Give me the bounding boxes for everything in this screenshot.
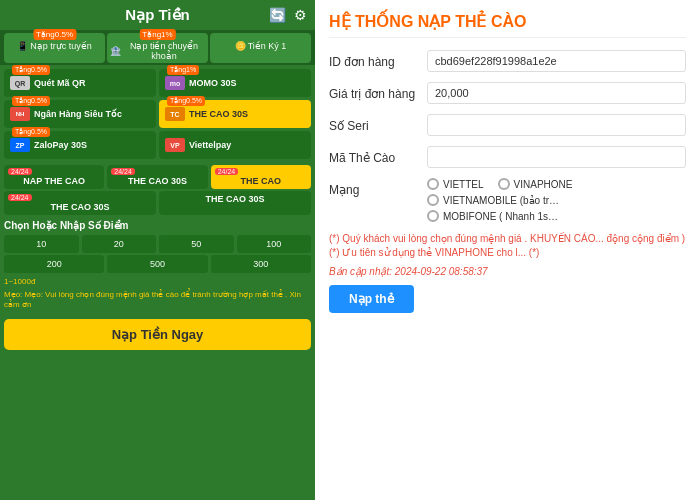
tab-tien-ky-1[interactable]: 🪙 Tiền Ký 1 [210,33,311,63]
icon-zalopay: ZP [10,138,30,152]
card-the-cao[interactable]: Tặng0.5% TC THE CAO 30S [159,100,311,128]
note-text: (*) Quý khách vui lòng chọn đúng mệnh gi… [329,232,686,260]
radio-vietnamobile[interactable]: VIETNAMOBILE (bảo tr… [427,194,559,206]
label-gia-tri: Giá trị đơn hàng [329,82,419,101]
label-viettelpay: Viettelpay [189,140,231,150]
radio-circle-mobifone [427,210,439,222]
icon-viettelpay: VP [165,138,185,152]
card-quet-ma-qr[interactable]: Tặng0.5% QR Quét Mã QR [4,69,156,97]
input-so-seri[interactable] [427,114,686,136]
badge-nap-the-cao: 24/24 [8,168,32,175]
card-viettelpay[interactable]: VP Viettelpay [159,131,311,159]
icon-ngan-hang: NH [10,107,30,121]
label-the-cao-30s-3: THE CAO 30S [205,194,264,204]
btn-the-cao-active[interactable]: 24/24 THE CAO [211,165,311,189]
payment-tabs: Tặng0.5% 📱 Nạp trực tuyến Tặng1% 🏦 Nạp t… [0,31,315,65]
nap-buttons-row2: 24/24 THE CAO 30S THE CAO 30S [0,191,315,217]
amount-grid-row2: 200 500 300 [0,255,315,275]
nap-the-button[interactable]: Nạp thẻ [329,285,414,313]
radio-row-2: VIETNAMOBILE (bảo tr… [427,194,686,206]
radio-label-mobifone: MOBIFONE ( Nhanh 1s… [443,211,558,222]
tab-badge-chuyen-khoan: Tặng1% [139,29,175,40]
label-id-don-hang: ID đơn hàng [329,50,419,69]
input-gia-tri[interactable] [427,82,686,104]
mobile-icon: 📱 [17,41,28,51]
label-the-cao-30s-2: THE CAO 30S [50,202,109,212]
input-id-don-hang[interactable] [427,50,686,72]
badge-the-cao-30s-1: 24/24 [111,168,135,175]
label-nap-the-cao: NAP THE CAO [23,176,85,186]
bank-icon: 🏦 [110,46,121,56]
radio-mobifone[interactable]: MOBIFONE ( Nhanh 1s… [427,210,558,222]
right-panel-title: HỆ THỐNG NẠP THẺ CÀO [329,12,686,38]
left-panel: Nạp Tiền 🔄 ⚙ Tặng0.5% 📱 Nạp trực tuyến T… [0,0,315,500]
nap-buttons-row1: 24/24 NAP THE CAO 24/24 THE CAO 30S 24/2… [0,163,315,191]
amount-20[interactable]: 20 [82,235,157,253]
radio-label-vietnamobile: VIETNAMOBILE (bảo tr… [443,195,559,206]
badge-quet-ma-qr: Tặng0.5% [12,65,50,75]
badge-the-cao-30s-2: 24/24 [8,194,32,201]
tab-label-chuyen-khoan: 🏦 Nạp tiền chuyển khoản [110,41,205,61]
badge-momo: Tặng1% [167,65,199,75]
submit-button-left[interactable]: Nạp Tiền Ngay [4,319,311,350]
header: Nạp Tiền 🔄 ⚙ [0,0,315,31]
btn-the-cao-30s-2[interactable]: 24/24 THE CAO 30S [4,191,156,215]
badge-ngan-hang: Tặng0.5% [12,96,50,106]
amount-10[interactable]: 10 [4,235,79,253]
section-title: Chọn Hoặc Nhập Số Điểm [0,217,315,233]
btn-nap-the-cao[interactable]: 24/24 NAP THE CAO [4,165,104,189]
card-grid: Tặng0.5% QR Quét Mã QR Tặng1% mo MOMO 30… [0,65,315,163]
input-ma-the-cao[interactable] [427,146,686,168]
sync-icon[interactable]: 🔄 [269,7,286,23]
form-row-so-seri: Số Seri [329,114,686,136]
icon-quet-ma-qr: QR [10,76,30,90]
radio-viettel[interactable]: VIETTEL [427,178,484,190]
radio-circle-vietnamobile [427,194,439,206]
tab-badge-nap-truc-tuyen: Tặng0.5% [33,29,76,40]
form-row-ma-the-cao: Mã Thẻ Cào [329,146,686,168]
form-row-mang: Mạng VIETTEL VINAPHONE VIETNAMOBILE (bảo… [329,178,686,222]
badge-the-cao: Tặng0.5% [167,96,205,106]
label-the-cao-30s-1: THE CAO 30S [128,176,187,186]
radio-group-mang: VIETTEL VINAPHONE VIETNAMOBILE (bảo tr… … [427,178,686,222]
badge-zalopay: Tặng0.5% [12,127,50,137]
form-row-gia-tri: Giá trị đơn hàng [329,82,686,104]
amount-grid-row1: 10 20 50 100 [0,233,315,255]
tab-label-tien-ky-1: 🪙 Tiền Ký 1 [235,41,287,51]
btn-the-cao-30s-3[interactable]: THE CAO 30S [159,191,311,215]
label-momo: MOMO 30S [189,78,237,88]
label-ngan-hang: Ngân Hàng Siêu Tốc [34,109,122,119]
label-the-cao: THE CAO 30S [189,109,248,119]
radio-row-3: MOBIFONE ( Nhanh 1s… [427,210,686,222]
label-quet-ma-qr: Quét Mã QR [34,78,86,88]
icon-momo: mo [165,76,185,90]
card-zalopay[interactable]: Tặng0.5% ZP ZaloPay 30S [4,131,156,159]
settings-icon[interactable]: ⚙ [294,7,307,23]
amount-200[interactable]: 200 [4,255,104,273]
icon-the-cao: TC [165,107,185,121]
update-text: Bản cập nhật: 2024-09-22 08:58:37 [329,266,686,277]
radio-vinaphone[interactable]: VINAPHONE [498,178,573,190]
tab-nap-tien-chuyen-khoan[interactable]: Tặng1% 🏦 Nạp tiền chuyển khoản [107,33,208,63]
label-so-seri: Số Seri [329,114,419,133]
header-icons: 🔄 ⚙ [269,7,307,23]
card-ngan-hang[interactable]: Tặng0.5% NH Ngân Hàng Siêu Tốc [4,100,156,128]
label-ma-the-cao: Mã Thẻ Cào [329,146,419,165]
page-title: Nạp Tiền [125,6,189,24]
amount-500[interactable]: 500 [107,255,207,273]
amount-50[interactable]: 50 [159,235,234,253]
radio-label-viettel: VIETTEL [443,179,484,190]
amount-100[interactable]: 100 [237,235,312,253]
coin-icon: 🪙 [235,41,246,51]
radio-circle-vinaphone [498,178,510,190]
warning-text: Mẹo: Mẹo: Vui lòng chọn đúng mệnh giá th… [0,288,315,315]
amount-300[interactable]: 300 [211,255,311,273]
meo-label: Mẹo: [4,290,25,299]
card-momo[interactable]: Tặng1% mo MOMO 30S [159,69,311,97]
label-zalopay: ZaloPay 30S [34,140,87,150]
btn-the-cao-30s-1[interactable]: 24/24 THE CAO 30S [107,165,207,189]
range-text: 1~1000đ [0,275,315,288]
tab-nap-truc-tuyen[interactable]: Tặng0.5% 📱 Nạp trực tuyến [4,33,105,63]
tab-label-nap-truc-tuyen: 📱 Nạp trực tuyến [17,41,92,51]
label-mang: Mạng [329,178,419,197]
